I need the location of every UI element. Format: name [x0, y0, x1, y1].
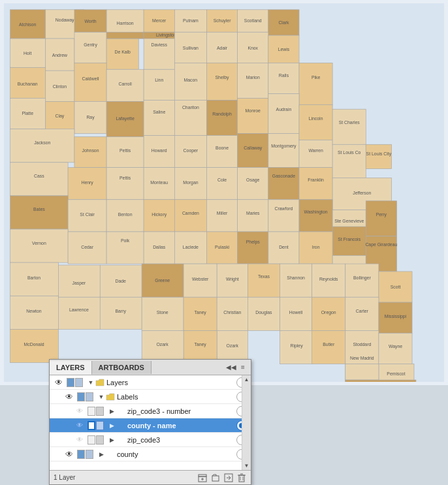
svg-rect-98 — [332, 109, 366, 144]
eye-closed-icon: 👁 — [76, 407, 83, 415]
svg-rect-170 — [10, 262, 59, 296]
panel-menu-icon[interactable]: ≡ — [238, 362, 248, 373]
eye-open-icon-labels: 👁 — [65, 392, 73, 401]
expand-icon-county[interactable]: ▶ — [97, 451, 106, 458]
new-group-button[interactable] — [210, 473, 221, 483]
svg-rect-154 — [144, 232, 174, 264]
visibility-icon-zip3[interactable]: 👁 — [73, 436, 86, 443]
move-selection-button[interactable] — [223, 473, 234, 483]
svg-rect-66 — [106, 101, 144, 136]
layer-row-county[interactable]: 👁 ▶ county — [50, 447, 251, 462]
svg-rect-138 — [268, 200, 299, 232]
visibility-icon-layers[interactable]: 👁 — [52, 378, 65, 387]
svg-rect-196 — [100, 297, 142, 329]
expand-icon-layers[interactable]: ▼ — [86, 379, 95, 386]
svg-rect-160 — [238, 232, 268, 264]
svg-rect-230 — [345, 380, 416, 382]
layer-row-labels[interactable]: 👁 ▼ Labels — [50, 390, 251, 404]
svg-rect-242 — [212, 476, 219, 481]
svg-rect-152 — [106, 232, 144, 264]
svg-rect-19 — [10, 39, 46, 67]
svg-rect-180 — [217, 264, 248, 297]
panel-header: LAYERS ARTBOARDS ◀◀ ≡ — [50, 360, 251, 375]
folder-icon-layers — [95, 379, 104, 386]
svg-rect-158 — [206, 232, 237, 264]
svg-rect-204 — [248, 297, 280, 330]
svg-rect-192 — [10, 296, 59, 329]
layer-row-county-name[interactable]: 👁 ▶ county - name — [50, 418, 251, 433]
svg-rect-56 — [268, 63, 299, 93]
tab-layers[interactable]: LAYERS — [50, 361, 92, 375]
svg-rect-36 — [238, 32, 268, 63]
svg-rect-17 — [268, 10, 299, 35]
panel-controls: ◀◀ ≡ — [223, 362, 251, 373]
svg-rect-72 — [206, 100, 237, 135]
tab-artboards[interactable]: ARTBOARDS — [92, 361, 152, 374]
expand-icon-county-name[interactable]: ▶ — [107, 422, 116, 429]
svg-rect-172 — [58, 265, 100, 297]
svg-rect-228 — [345, 364, 379, 380]
svg-rect-25 — [106, 39, 138, 69]
svg-rect-32 — [174, 32, 206, 63]
svg-rect-120 — [366, 144, 391, 168]
layers-content: ▲ ▼ 👁 ▼ Layers — [50, 375, 251, 470]
svg-rect-60 — [10, 98, 46, 129]
visibility-icon-zip-number[interactable]: 👁 — [73, 407, 86, 415]
svg-rect-164 — [299, 232, 332, 264]
expand-icon-zip3[interactable]: ▶ — [107, 437, 116, 443]
svg-rect-116 — [299, 168, 332, 200]
visibility-icon-labels[interactable]: 👁 — [63, 392, 76, 401]
scroll-down-arrow[interactable]: ▼ — [242, 463, 251, 470]
svg-rect-74 — [238, 98, 268, 133]
layer-name-labels: Labels — [117, 393, 236, 401]
layer-row-zip3[interactable]: 👁 ▶ zip_code3 — [50, 433, 251, 447]
svg-rect-216 — [280, 330, 313, 364]
svg-rect-86 — [174, 136, 206, 168]
layer-row-layers[interactable]: 👁 ▼ Layers — [50, 375, 251, 390]
svg-rect-247 — [239, 475, 244, 482]
layer-name-zip-number: zip_code3 - number — [116, 407, 236, 415]
svg-rect-13 — [206, 10, 237, 32]
layer-count-label: 1 Layer — [54, 474, 195, 481]
svg-rect-146 — [366, 201, 396, 236]
eye-icon-county: 👁 — [76, 422, 83, 429]
delete-layer-button[interactable] — [236, 473, 247, 483]
svg-rect-178 — [184, 264, 217, 297]
svg-rect-148 — [10, 229, 68, 262]
new-layer-button[interactable] — [197, 473, 208, 483]
svg-rect-102 — [68, 168, 106, 200]
svg-rect-112 — [238, 168, 268, 200]
svg-rect-54 — [238, 63, 268, 98]
expand-icon-zip-number[interactable]: ▶ — [107, 408, 116, 415]
svg-rect-40 — [10, 67, 46, 98]
svg-rect-23 — [74, 32, 106, 63]
eye-open-icon-county: 👁 — [65, 450, 73, 459]
svg-rect-194 — [58, 297, 100, 329]
svg-rect-30 — [144, 32, 174, 39]
svg-rect-218 — [312, 330, 345, 364]
svg-rect-68 — [144, 100, 174, 135]
svg-rect-210 — [345, 297, 379, 330]
svg-rect-46 — [106, 69, 144, 101]
visibility-icon-county[interactable]: 👁 — [63, 450, 76, 459]
layer-row-zip-number[interactable]: 👁 ▶ zip_code3 - number — [50, 404, 251, 418]
svg-rect-34 — [206, 32, 237, 63]
visibility-icon-county-name[interactable]: 👁 — [73, 422, 86, 429]
svg-rect-108 — [174, 168, 206, 200]
svg-rect-188 — [345, 264, 379, 297]
collapse-icon[interactable]: ◀◀ — [226, 362, 236, 373]
svg-rect-106 — [144, 168, 174, 200]
svg-rect-76 — [268, 94, 299, 134]
svg-rect-156 — [174, 232, 206, 264]
color-swatches-layers — [67, 378, 85, 387]
color-swatches-labels — [77, 392, 95, 401]
expand-icon-labels[interactable]: ▼ — [97, 394, 106, 400]
svg-rect-136 — [238, 200, 268, 232]
svg-rect-27 — [106, 32, 144, 39]
svg-rect-212 — [379, 302, 412, 333]
scroll-bar[interactable]: ▲ ▼ — [242, 375, 251, 470]
panel-tabs: LAYERS ARTBOARDS — [50, 361, 223, 374]
scroll-up-arrow[interactable]: ▲ — [242, 375, 251, 383]
svg-rect-104 — [106, 168, 144, 200]
svg-rect-110 — [206, 168, 237, 200]
